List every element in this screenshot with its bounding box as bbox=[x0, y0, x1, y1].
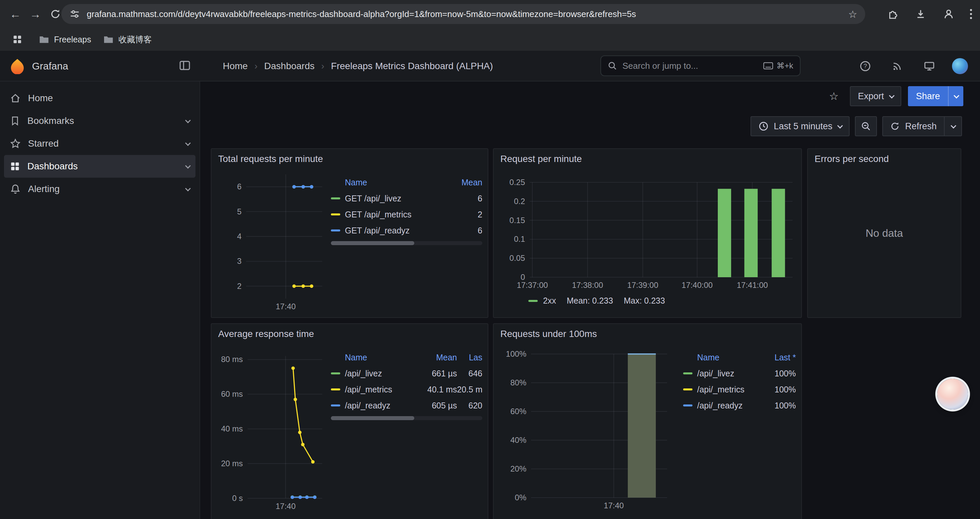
breadcrumb-home[interactable]: Home bbox=[223, 61, 248, 72]
legend-header-last[interactable]: Last * bbox=[764, 353, 796, 363]
sidebar-item-label: Alerting bbox=[28, 184, 178, 194]
svg-text:0: 0 bbox=[521, 273, 525, 281]
time-range-picker[interactable]: Last 5 minutes bbox=[751, 116, 850, 136]
series-color-dash bbox=[683, 404, 692, 406]
legend-header-name[interactable]: Name bbox=[683, 353, 764, 363]
panel-title[interactable]: Total requests per minute bbox=[212, 149, 488, 166]
display-icon[interactable] bbox=[920, 57, 939, 75]
legend-row[interactable]: GET /api/_readyz 6 bbox=[331, 222, 482, 238]
series-color-dash bbox=[331, 213, 340, 216]
chevron-down-icon[interactable] bbox=[185, 163, 191, 169]
grafana-logo-icon bbox=[10, 58, 25, 74]
svg-text:?: ? bbox=[864, 63, 867, 69]
grafana-header: Grafana Home › Dashboards › Freeleaps Me… bbox=[0, 51, 980, 81]
url-text[interactable]: grafana.mathmast.com/d/deytv4rwavabkb/fr… bbox=[87, 9, 842, 19]
folder-icon bbox=[39, 35, 49, 44]
back-icon[interactable]: ← bbox=[5, 4, 25, 24]
sidebar-item-home[interactable]: Home bbox=[4, 87, 196, 110]
legend-header-last[interactable]: Las bbox=[457, 353, 482, 363]
svg-text:0.25: 0.25 bbox=[509, 178, 525, 187]
panel-title[interactable]: Average response time bbox=[212, 324, 488, 341]
legend-row[interactable]: 2xx Mean: 0.233 Max: 0.233 bbox=[528, 296, 796, 306]
share-menu-button[interactable] bbox=[949, 86, 963, 106]
site-info-icon[interactable] bbox=[69, 9, 80, 19]
legend-header-name[interactable]: Name bbox=[331, 353, 414, 363]
legend-row[interactable]: /api/_metrics 40.1 ms 20.5 m bbox=[331, 382, 482, 398]
extensions-icon[interactable] bbox=[883, 5, 902, 23]
apps-grid-icon[interactable] bbox=[8, 30, 27, 49]
bookmark-star-icon[interactable]: ☆ bbox=[848, 8, 857, 20]
refresh-button[interactable]: Refresh bbox=[882, 116, 945, 136]
rss-icon[interactable] bbox=[888, 57, 907, 75]
downloads-icon[interactable] bbox=[911, 5, 930, 23]
sidebar-item-bookmarks[interactable]: Bookmarks bbox=[4, 110, 196, 132]
legend-scrollbar[interactable] bbox=[331, 416, 482, 420]
search-input[interactable]: Search or jump to... ⌘+k bbox=[600, 56, 800, 76]
dock-sidebar-icon[interactable] bbox=[179, 59, 191, 72]
favorite-star-icon[interactable]: ☆ bbox=[824, 87, 843, 105]
bar-chart[interactable]: 00.050.10.150.20.2517:37:0017:38:0017:39… bbox=[499, 166, 797, 293]
forward-icon[interactable]: → bbox=[25, 4, 45, 24]
svg-text:80%: 80% bbox=[510, 378, 527, 387]
sidebar-item-alerting[interactable]: Alerting bbox=[4, 178, 196, 200]
panel-title[interactable]: Errors per second bbox=[808, 149, 961, 166]
legend-max: Max: 0.233 bbox=[624, 296, 665, 306]
timeseries-chart[interactable]: 2345617:40 bbox=[217, 166, 327, 311]
panel-title[interactable]: Requests under 100ms bbox=[494, 324, 801, 341]
legend-row[interactable]: /api/_readyz 100% bbox=[683, 398, 796, 414]
legend-row[interactable]: /api/_metrics 100% bbox=[683, 382, 796, 398]
legend-header-mean[interactable]: Mean bbox=[450, 178, 482, 187]
refresh-interval-button[interactable] bbox=[945, 116, 962, 136]
panel-title[interactable]: Request per minute bbox=[494, 149, 801, 166]
star-icon bbox=[10, 138, 21, 149]
browser-profile-icon[interactable] bbox=[939, 5, 958, 23]
url-bar[interactable]: grafana.mathmast.com/d/deytv4rwavabkb/fr… bbox=[61, 4, 865, 24]
browser-toolbar: ← → grafana.mathmast.com/d/deytv4rwavabk… bbox=[0, 0, 980, 28]
legend-scrollbar[interactable] bbox=[331, 241, 482, 245]
series-color-dash bbox=[528, 300, 538, 302]
sidebar-item-label: Home bbox=[28, 93, 189, 104]
legend-header-mean[interactable]: Mean bbox=[414, 353, 457, 363]
bookmark-folder-blogs[interactable]: 收藏博客 bbox=[103, 34, 152, 45]
search-shortcut: ⌘+k bbox=[763, 61, 793, 70]
user-avatar[interactable] bbox=[952, 58, 968, 74]
time-toolbar: Last 5 minutes Refresh bbox=[751, 116, 962, 136]
share-main-button[interactable]: Share bbox=[908, 86, 949, 106]
legend-row[interactable]: /api/_readyz 605 µs 620 bbox=[331, 398, 482, 414]
chevron-down-icon[interactable] bbox=[185, 140, 191, 146]
assistant-avatar[interactable] bbox=[937, 379, 968, 409]
folder-icon bbox=[103, 35, 114, 44]
panel-total-requests: Total requests per minute 2345617:40 Nam… bbox=[211, 148, 488, 318]
brand-name: Grafana bbox=[32, 61, 68, 72]
legend-table: Name Mean Las /api/_livez 661 µs 646 /ap… bbox=[331, 349, 482, 511]
svg-text:0.15: 0.15 bbox=[509, 216, 525, 225]
bookmark-folder-freeleaps[interactable]: Freeleaps bbox=[39, 35, 91, 45]
bar-chart[interactable]: 0%20%40%60%80%100%17:40 bbox=[499, 341, 679, 509]
browser-menu-icon[interactable] bbox=[967, 9, 975, 19]
breadcrumb-dashboards[interactable]: Dashboards bbox=[264, 61, 315, 72]
svg-text:0.05: 0.05 bbox=[509, 254, 525, 262]
refresh-control: Refresh bbox=[882, 116, 962, 136]
legend-row[interactable]: GET /api/_metrics 2 bbox=[331, 206, 482, 222]
help-icon[interactable]: ? bbox=[856, 57, 875, 75]
chevron-down-icon[interactable] bbox=[185, 118, 191, 123]
breadcrumb-current: Freeleaps Metrics Dashboard (ALPHA) bbox=[331, 61, 493, 72]
legend-row[interactable]: GET /api/_livez 6 bbox=[331, 190, 482, 206]
home-icon bbox=[10, 93, 21, 104]
legend-row[interactable]: /api/_livez 100% bbox=[683, 366, 796, 382]
svg-text:17:39:00: 17:39:00 bbox=[627, 281, 658, 289]
export-button[interactable]: Export bbox=[850, 86, 901, 106]
legend-row[interactable]: /api/_livez 661 µs 646 bbox=[331, 366, 482, 382]
legend-header-name[interactable]: Name bbox=[331, 178, 450, 187]
zoom-out-button[interactable] bbox=[855, 116, 877, 136]
chevron-down-icon bbox=[954, 93, 959, 99]
sidebar-item-starred[interactable]: Starred bbox=[4, 132, 196, 155]
chevron-down-icon[interactable] bbox=[185, 186, 191, 192]
svg-text:0%: 0% bbox=[515, 493, 527, 502]
timeseries-chart[interactable]: 0 s20 ms40 ms60 ms80 ms17:40 bbox=[217, 341, 327, 511]
bookmark-label: Freeleaps bbox=[54, 35, 91, 45]
svg-text:17:40: 17:40 bbox=[276, 302, 296, 311]
svg-text:5: 5 bbox=[237, 207, 242, 216]
sidebar-item-dashboards[interactable]: Dashboards bbox=[4, 155, 196, 178]
svg-text:4: 4 bbox=[237, 232, 242, 241]
